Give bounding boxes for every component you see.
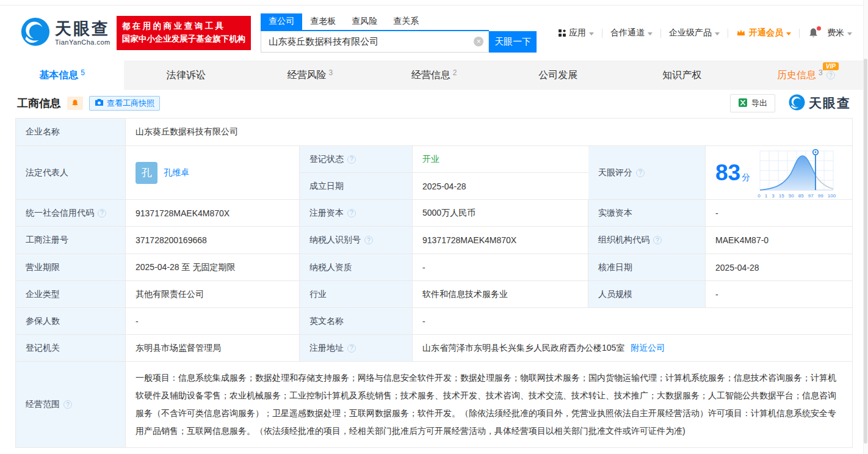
score-curve-svg xyxy=(758,147,836,192)
search-input[interactable] xyxy=(269,37,474,47)
excel-icon xyxy=(738,98,748,109)
vip-badge: VIP xyxy=(823,62,839,70)
snapshot-button-label: 查看工商快照 xyxy=(107,98,154,109)
nav-vip-label: 开通会员 xyxy=(749,27,783,38)
tianyancha-eye-icon xyxy=(21,17,50,49)
tianyancha-logo[interactable]: 天眼查 TianYanCha.com xyxy=(21,17,110,49)
search-tab-boss[interactable]: 查老板 xyxy=(302,13,344,30)
company-type-value: 其他有限责任公司 xyxy=(126,281,300,307)
table-row: 法定代表人 孔 孔维卓 登记状态? 开业 成立日期 2025-04-28 天眼评… xyxy=(16,146,852,200)
company-section-tabs: 基本信息 5 法律诉讼 经营风险 3 经营信息 2 公司发展 知识产权 VIP … xyxy=(0,60,868,90)
notification-bell-icon[interactable] xyxy=(808,27,819,39)
nearby-companies-link[interactable]: 附近公司 xyxy=(631,343,665,354)
help-icon[interactable]: ? xyxy=(347,344,356,353)
nav-apps[interactable]: 应用 xyxy=(559,27,594,38)
table-row: 参保人数 - 英文名称 - xyxy=(16,308,852,335)
section-title: 工商信息 xyxy=(17,96,61,111)
score-value: 83 xyxy=(715,160,740,185)
search-tab-risk[interactable]: 查风险 xyxy=(344,13,385,30)
field-label: 法定代表人 xyxy=(16,146,126,199)
field-label: 企业名称 xyxy=(16,119,126,145)
tab-label: 经营信息 xyxy=(411,69,450,82)
field-label: 营业期限 xyxy=(16,254,126,280)
logo-title: 天眼查 xyxy=(55,20,110,37)
slogan-line2: 国家中小企业发展子基金旗下机构 xyxy=(122,33,246,46)
help-icon[interactable]: ? xyxy=(98,209,106,218)
field-label: 天眼评分? xyxy=(588,146,706,199)
tab-history-info[interactable]: VIP 历史信息 3 ? xyxy=(744,60,868,90)
snapshot-button[interactable]: 查看工商快照 xyxy=(89,96,160,111)
logo-text: 天眼查 TianYanCha.com xyxy=(55,20,110,46)
search-tab-company[interactable]: 查公司 xyxy=(261,13,302,30)
help-icon[interactable]: ? xyxy=(347,209,356,218)
field-label: 参保人数 xyxy=(16,308,126,334)
tab-label: 公司发展 xyxy=(538,69,577,82)
export-button-label: 导出 xyxy=(751,98,767,109)
english-name-value: - xyxy=(413,308,852,334)
nav-enterprise[interactable]: 企业级产品 xyxy=(669,27,720,38)
export-button[interactable]: 导出 xyxy=(730,94,775,112)
tab-intellectual-property[interactable]: 知识产权 xyxy=(620,60,744,90)
tab-legal-proceedings[interactable]: 法律诉讼 xyxy=(124,60,248,90)
slogan-banner: 都在用的商业查询工具 国家中小企业发展子基金旗下机构 xyxy=(117,16,251,50)
caret-down-icon xyxy=(715,32,720,35)
tab-label: 知识产权 xyxy=(662,69,701,82)
score-unit: 分 xyxy=(742,172,750,182)
reg-address-value: 山东省菏泽市东明县长兴集乡人民政府西办公楼105室 附近公司 xyxy=(413,335,852,361)
field-label: 纳税人识别号? xyxy=(300,227,413,254)
tab-operating-risk[interactable]: 经营风险 3 xyxy=(248,60,372,90)
nav-user-label: 费米 xyxy=(827,27,844,38)
nav-vip-upgrade[interactable]: 开通会员 xyxy=(736,27,791,38)
caret-down-icon xyxy=(648,32,653,35)
tab-operating-info[interactable]: 经营信息 2 xyxy=(372,60,496,90)
help-icon[interactable]: ? xyxy=(653,236,662,244)
reg-capital-value: 5000万人民币 xyxy=(413,200,588,226)
tab-count: 3 xyxy=(819,68,823,77)
legal-rep-link[interactable]: 孔维卓 xyxy=(164,167,189,178)
search-tab-relation[interactable]: 查关系 xyxy=(385,13,427,30)
insured-count-value: - xyxy=(126,308,300,334)
business-registration-table: 企业名称 山东葵丘数据科技有限公司 法定代表人 孔 孔维卓 登记状态? 开业 成… xyxy=(15,118,853,448)
field-label: 组织机构代码? xyxy=(588,227,706,254)
tab-basic-info[interactable]: 基本信息 5 xyxy=(0,60,124,90)
business-info-toolbar: 工商信息 查看工商快照 导出 天眼查 xyxy=(0,90,868,117)
help-icon[interactable]: ? xyxy=(826,71,835,79)
help-icon[interactable]: ? xyxy=(63,400,72,409)
apps-grid-icon xyxy=(559,29,566,37)
tab-count: 2 xyxy=(453,68,457,77)
monitor-bell-button[interactable] xyxy=(67,97,83,110)
scrollbar-thumb[interactable] xyxy=(864,59,867,444)
establish-date-value: 2025-04-28 xyxy=(413,173,588,199)
tab-label: 基本信息 xyxy=(39,69,78,82)
slogan-line1: 都在用的商业查询工具 xyxy=(122,20,246,33)
taxpayer-id-value: 91371728MAEK4M870X xyxy=(413,227,588,254)
field-label: 注册资本? xyxy=(300,200,413,226)
paid-capital-value: - xyxy=(706,200,852,226)
help-icon[interactable]: ? xyxy=(636,169,645,177)
help-icon[interactable]: ? xyxy=(364,236,373,244)
table-row: 经营范围? 一般项目：信息系统集成服务；数据处理和存储支持服务；网络与信息安全软… xyxy=(16,362,852,447)
taxpayer-quality-value: - xyxy=(413,254,588,280)
tab-label: 经营风险 xyxy=(288,69,327,82)
nav-enterprise-label: 企业级产品 xyxy=(669,27,712,38)
industry-value: 软件和信息技术服务业 xyxy=(413,281,588,307)
legal-rep-value: 孔 孔维卓 xyxy=(126,146,300,199)
field-label: 登记机关 xyxy=(16,335,126,361)
camera-icon xyxy=(95,98,104,108)
page-scrollbar[interactable] xyxy=(863,0,868,454)
tab-company-development[interactable]: 公司发展 xyxy=(496,60,620,90)
search-button[interactable]: 天眼一下 xyxy=(489,31,537,53)
tab-label: 法律诉讼 xyxy=(167,69,206,82)
score-axis-ticks: 0131550859799100 xyxy=(758,193,836,199)
nav-user[interactable]: 费米 xyxy=(827,27,852,38)
search-module: 查公司 查老板 查风险 查关系 × 天眼一下 xyxy=(261,13,537,53)
nav-partner[interactable]: 合作通道 xyxy=(610,27,653,38)
status-date-column: 登记状态? 开业 成立日期 2025-04-28 xyxy=(300,146,588,199)
legal-rep-avatar[interactable]: 孔 xyxy=(136,162,157,184)
search-input-wrap: × xyxy=(261,31,489,53)
field-label: 经营范围? xyxy=(16,362,126,447)
table-row: 营业期限 2025-04-28 至 无固定期限 纳税人资质 - 核准日期 202… xyxy=(16,254,852,281)
help-icon[interactable]: ? xyxy=(347,155,356,164)
clear-icon[interactable]: × xyxy=(474,37,483,46)
table-row: 企业类型 其他有限责任公司 行业 软件和信息技术服务业 人员规模 - xyxy=(16,281,852,308)
